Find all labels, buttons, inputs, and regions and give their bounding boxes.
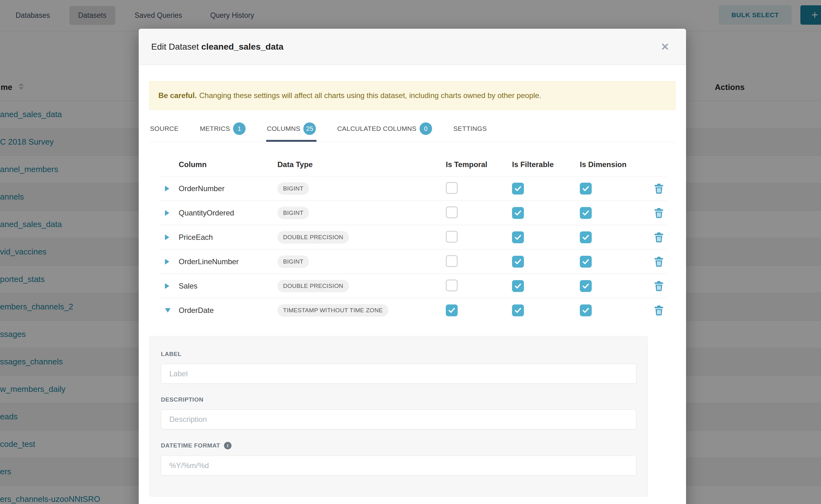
data-type-pill: BIGINT xyxy=(277,182,309,195)
close-icon[interactable]: ✕ xyxy=(656,41,674,53)
is-temporal-checkbox[interactable] xyxy=(446,304,458,316)
is-temporal-checkbox[interactable] xyxy=(446,255,458,267)
header-is-filterable: Is Filterable xyxy=(512,160,580,169)
modal-tab-bar: SOURCEMETRICS1COLUMNS25CALCULATED COLUMN… xyxy=(149,118,675,142)
column-row: Sales DOUBLE PRECISION xyxy=(149,274,675,298)
is-temporal-checkbox[interactable] xyxy=(446,182,458,194)
edit-dataset-modal: Edit Dataset cleaned_sales_data ✕ Be car… xyxy=(139,29,686,504)
delete-column-icon[interactable] xyxy=(655,305,663,316)
description-field-label: DESCRIPTION xyxy=(161,396,636,403)
label-field-label: LABEL xyxy=(161,351,636,358)
label-input[interactable] xyxy=(161,364,636,384)
info-icon[interactable]: i xyxy=(224,442,231,449)
datetime-format-input[interactable] xyxy=(161,456,636,476)
delete-column-icon[interactable] xyxy=(655,232,663,243)
modal-tab-settings[interactable]: SETTINGS xyxy=(453,118,487,142)
expand-caret-icon[interactable] xyxy=(165,259,169,264)
is-dimension-checkbox[interactable] xyxy=(580,280,592,292)
delete-column-icon[interactable] xyxy=(655,281,663,291)
expand-caret-icon[interactable] xyxy=(165,210,169,216)
is-dimension-checkbox[interactable] xyxy=(580,183,592,195)
app-root: DatabasesDatasetsSaved QueriesQuery Hist… xyxy=(0,0,821,504)
is-dimension-checkbox[interactable] xyxy=(580,256,592,268)
datetime-format-field-label: DATETIME FORMAT i xyxy=(161,442,636,449)
data-type-pill: TIMESTAMP WITHOUT TIME ZONE xyxy=(277,304,388,317)
is-filterable-checkbox[interactable] xyxy=(512,207,524,219)
is-dimension-checkbox[interactable] xyxy=(580,304,592,316)
data-type-pill: BIGINT xyxy=(277,255,309,268)
header-is-temporal: Is Temporal xyxy=(446,160,512,169)
modal-title: Edit Dataset cleaned_sales_data xyxy=(151,42,283,52)
modal-tab-metrics[interactable]: METRICS1 xyxy=(199,118,246,142)
expand-caret-icon[interactable] xyxy=(165,186,169,191)
expand-caret-icon[interactable] xyxy=(165,235,169,240)
is-filterable-checkbox[interactable] xyxy=(512,183,524,195)
description-input[interactable] xyxy=(161,409,636,429)
data-type-pill: DOUBLE PRECISION xyxy=(277,280,349,292)
column-name: PriceEach xyxy=(179,233,277,242)
column-row: OrderNumber BIGINT xyxy=(149,176,675,201)
modal-tab-source[interactable]: SOURCE xyxy=(149,118,179,142)
is-dimension-checkbox[interactable] xyxy=(580,207,592,219)
column-name: Sales xyxy=(179,282,277,290)
is-temporal-checkbox[interactable] xyxy=(446,279,458,291)
is-temporal-checkbox[interactable] xyxy=(446,231,458,243)
is-dimension-checkbox[interactable] xyxy=(580,231,592,243)
tab-count-badge: 25 xyxy=(303,122,316,135)
expand-caret-icon[interactable] xyxy=(165,283,169,289)
tab-count-badge: 0 xyxy=(420,122,432,135)
delete-column-icon[interactable] xyxy=(655,208,663,218)
column-row: OrderDate TIMESTAMP WITHOUT TIME ZONE xyxy=(149,298,675,323)
header-column: Column xyxy=(179,160,277,169)
column-row: OrderLineNumber BIGINT xyxy=(149,250,675,274)
delete-column-icon[interactable] xyxy=(655,257,663,267)
modal-tab-columns[interactable]: COLUMNS25 xyxy=(266,118,316,142)
column-row: PriceEach DOUBLE PRECISION xyxy=(149,225,675,250)
warning-banner: Be careful. Changing these settings will… xyxy=(149,81,675,110)
column-name: QuantityOrdered xyxy=(179,209,277,217)
is-filterable-checkbox[interactable] xyxy=(512,231,524,243)
columns-table: Column Data Type Is Temporal Is Filterab… xyxy=(149,153,675,323)
is-filterable-checkbox[interactable] xyxy=(512,304,524,316)
data-type-pill: DOUBLE PRECISION xyxy=(277,231,349,244)
column-detail-panel: LABEL DESCRIPTION DATETIME FORMAT i xyxy=(149,336,648,497)
delete-column-icon[interactable] xyxy=(655,184,663,194)
modal-tab-calculated-columns[interactable]: CALCULATED COLUMNS0 xyxy=(336,118,433,142)
header-data-type: Data Type xyxy=(277,160,446,169)
is-temporal-checkbox[interactable] xyxy=(446,206,458,218)
tab-count-badge: 1 xyxy=(233,122,245,135)
header-is-dimension: Is Dimension xyxy=(580,160,654,169)
column-name: OrderDate xyxy=(179,306,277,315)
is-filterable-checkbox[interactable] xyxy=(512,256,524,268)
column-name: OrderNumber xyxy=(179,184,277,193)
column-row: QuantityOrdered BIGINT xyxy=(149,201,675,225)
modal-body: Be careful. Changing these settings will… xyxy=(139,81,686,497)
is-filterable-checkbox[interactable] xyxy=(512,280,524,292)
expand-caret-icon[interactable] xyxy=(165,308,171,313)
columns-table-header: Column Data Type Is Temporal Is Filterab… xyxy=(149,153,675,176)
modal-header: Edit Dataset cleaned_sales_data ✕ xyxy=(139,29,686,65)
data-type-pill: BIGINT xyxy=(277,207,309,219)
column-name: OrderLineNumber xyxy=(179,257,277,266)
